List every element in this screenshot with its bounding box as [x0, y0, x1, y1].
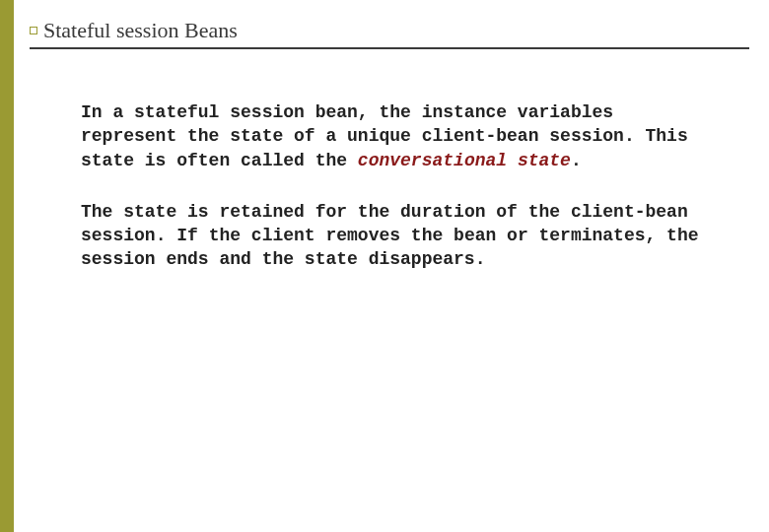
title-underline — [30, 47, 749, 49]
body-text: In a stateful session bean, the instance… — [81, 100, 720, 272]
left-accent-bar — [0, 0, 14, 532]
paragraph-1: In a stateful session bean, the instance… — [81, 100, 720, 172]
page-title: Stateful session Beans — [30, 18, 749, 43]
slide-content: Stateful session Beans In a stateful ses… — [30, 18, 749, 299]
paragraph-2: The state is retained for the duration o… — [81, 200, 720, 272]
title-text: Stateful session Beans — [43, 18, 238, 42]
para2-text-1: The state is — [81, 202, 219, 222]
title-bullet-icon — [30, 27, 37, 34]
para1-text-2: . — [571, 151, 582, 170]
para2-text-2: . If the client removes the bean or term… — [81, 226, 699, 269]
para1-emphasis: conversational state — [358, 151, 571, 170]
